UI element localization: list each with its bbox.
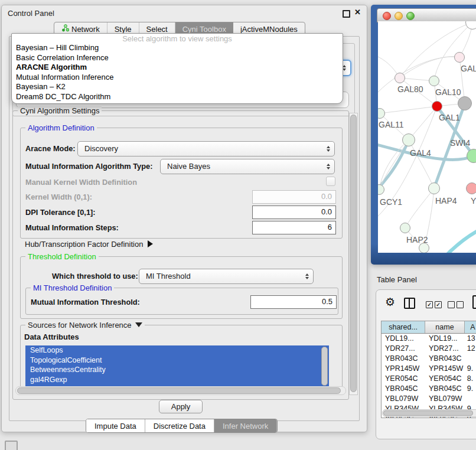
list-vertical-scrollbar[interactable]: [321, 347, 328, 386]
table-cell: YDL19...: [425, 334, 465, 344]
tab-label: Select: [146, 25, 168, 34]
tab-label: jActiveMNodules: [240, 25, 298, 34]
table-cell: [465, 394, 476, 404]
bottom-tab-strip: Impute DataDiscretize DataInfer Network: [86, 419, 278, 433]
page-icon[interactable]: [472, 295, 476, 309]
dropdown-item-mutual-information-inference[interactable]: Mutual Information Inference: [12, 73, 343, 83]
bottom-tab-discretize-data[interactable]: Discretize Data: [145, 419, 214, 432]
column-header-a[interactable]: A: [465, 321, 476, 333]
tab-label: Network: [71, 25, 100, 34]
mi-type-combo[interactable]: Naive Bayes: [160, 159, 335, 174]
dpi-tolerance-label: DPI Tolerance [0,1]:: [25, 208, 96, 217]
attribute-item-gal4rgexp[interactable]: gal4RGexp: [25, 375, 329, 385]
settings-vertical-scrollbar[interactable]: [349, 113, 358, 395]
node-label-gal4: GAL4: [410, 148, 431, 158]
table-header: shared...nameA: [382, 321, 476, 334]
aracne-mode-value: Discovery: [84, 144, 118, 153]
table-cell: [465, 354, 476, 364]
table-row[interactable]: YBL079WYBL079W: [382, 394, 476, 404]
column-header-shared[interactable]: shared...: [382, 321, 425, 333]
node-label-swi4: SWI4: [450, 138, 470, 148]
table-panel-window: ⚙ ✓✓ shared...nameA YDL19...YDL19...13YD…: [376, 289, 476, 439]
sources-title: Sources for Network Inference: [25, 321, 145, 330]
table-body: YDL19...YDL19...13YDR27...YDR27...12YBR0…: [382, 334, 476, 418]
network-canvas[interactable]: GALGAL80GAL10GAL1GAL11GAL4SWI4HAP4YGCY1H…: [378, 21, 476, 253]
threshold-definition-title: Threshold Definition: [25, 252, 99, 261]
zoom-traffic-light-icon[interactable]: [406, 12, 415, 20]
network-node[interactable]: [458, 96, 472, 110]
network-node[interactable]: [419, 243, 429, 253]
table-cell: YBR045C: [425, 384, 465, 394]
network-view-window: GALGAL80GAL10GAL1GAL11GAL4SWI4HAP4YGCY1H…: [371, 5, 476, 265]
table-cell: YBL079W: [425, 394, 465, 404]
table-cell: YDL19...: [382, 334, 425, 344]
manual-kernel-checkbox[interactable]: [326, 177, 335, 186]
which-threshold-combo[interactable]: MI Threshold: [139, 269, 314, 284]
network-window-titlebar[interactable]: [377, 8, 476, 22]
dropdown-item-basic-correlation-inference[interactable]: Basic Correlation Inference: [12, 53, 343, 63]
table-row[interactable]: YDL19...YDL19...13: [382, 334, 476, 344]
minimize-traffic-light-icon[interactable]: [395, 12, 403, 20]
mi-threshold-field[interactable]: 0.5: [250, 295, 337, 309]
attribute-item-topologicalcoefficient[interactable]: TopologicalCoefficient: [25, 356, 329, 366]
collapse-down-icon[interactable]: [135, 322, 142, 327]
hub-definition-label: Hub/Transcription Factor Definition: [25, 240, 143, 249]
settings-horizontal-scrollbar[interactable]: [15, 386, 346, 395]
dropdown-placeholder: Select algorithm to view settings: [12, 34, 343, 43]
bottom-tab-infer-network[interactable]: Infer Network: [214, 419, 277, 432]
table-row[interactable]: YER054CYER054C8.: [382, 374, 476, 384]
network-node-gal[interactable]: [454, 52, 465, 63]
mi-steps-field[interactable]: 6: [252, 221, 336, 234]
dpi-tolerance-field[interactable]: 0.0: [252, 206, 336, 219]
cyni-algorithm-settings-group: Cyni Algorithm Settings Algorithm Defini…: [12, 110, 349, 400]
columns-icon[interactable]: [404, 298, 415, 309]
attribute-item-betweennesscentrality[interactable]: BetweennessCentrality: [25, 365, 329, 375]
network-node-gal1[interactable]: [432, 101, 442, 112]
dropdown-item-bayesian-k2[interactable]: Bayesian – K2: [12, 82, 343, 92]
network-node-gal4[interactable]: [402, 133, 415, 146]
network-node-gal10[interactable]: [429, 76, 439, 86]
node-table: shared...nameA YDL19...YDL19...13YDR27..…: [381, 321, 476, 418]
data-attributes-list[interactable]: SelfLoopsTopologicalCoefficientBetweenne…: [25, 345, 329, 388]
algorithm-dropdown-popup: Select algorithm to view settings Bayesi…: [11, 33, 343, 104]
float-window-icon[interactable]: [343, 10, 350, 18]
table-row[interactable]: YBR045CYBR045C9.: [382, 384, 476, 394]
select-all-icon[interactable]: ✓✓: [426, 301, 442, 308]
attribute-item-selfloops[interactable]: SelfLoops: [25, 345, 329, 356]
kernel-width-label: Kernel Width (0,1):: [25, 193, 92, 201]
column-header-name[interactable]: name: [425, 321, 465, 333]
node-label-gal1: GAL1: [439, 113, 460, 122]
table-cell: YPR145W: [425, 364, 465, 374]
table-horizontal-scrollbar[interactable]: [382, 409, 476, 417]
dropdown-item-dream8-dc-tdc-algorithm[interactable]: Dream8 DC_TDC Algorithm: [12, 92, 343, 102]
table-row[interactable]: YPR145WYPR145W9.: [382, 364, 476, 374]
table-cell: YBR045C: [382, 384, 425, 394]
table-row[interactable]: YDR27...YDR27...12: [382, 344, 476, 354]
minimized-panel-icon[interactable]: [5, 441, 18, 450]
gear-icon[interactable]: ⚙: [385, 295, 395, 309]
table-row[interactable]: YBR043CYBR043C: [382, 354, 476, 364]
network-node-y[interactable]: [466, 182, 476, 194]
close-traffic-light-icon[interactable]: [383, 12, 391, 20]
close-icon[interactable]: ✕: [354, 8, 361, 17]
tab-label: Style: [115, 25, 132, 34]
sources-group: Sources for Network Inference Data Attri…: [20, 325, 343, 393]
aracne-mode-combo[interactable]: Discovery: [77, 141, 335, 156]
spinner-arrows-icon: [305, 273, 309, 279]
node-label-gal10: GAL10: [435, 87, 461, 97]
node-label-gal: GAL: [461, 64, 476, 73]
table-cell: 9.: [465, 364, 476, 374]
kernel-width-field[interactable]: 0.0: [252, 190, 336, 204]
hub-definition-toggle[interactable]: Hub/Transcription Factor Definition: [25, 240, 153, 249]
dropdown-item-aracne-algorithm[interactable]: ARACNE Algorithm: [12, 63, 343, 73]
network-node-hap2[interactable]: [400, 223, 410, 233]
network-node-hap4[interactable]: [428, 182, 440, 194]
bottom-tab-impute-data[interactable]: Impute Data: [86, 419, 145, 432]
apply-button[interactable]: Apply: [159, 400, 203, 413]
mi-threshold-label: Mutual Information Threshold:: [31, 298, 140, 306]
dropdown-item-bayesian-hill-climbing[interactable]: Bayesian – Hill Climbing: [12, 43, 343, 53]
mi-type-value: Naive Bayes: [167, 162, 210, 171]
deselect-all-icon[interactable]: [448, 301, 464, 308]
table-cell: YER054C: [382, 374, 425, 384]
network-node-gal80[interactable]: [395, 73, 405, 83]
